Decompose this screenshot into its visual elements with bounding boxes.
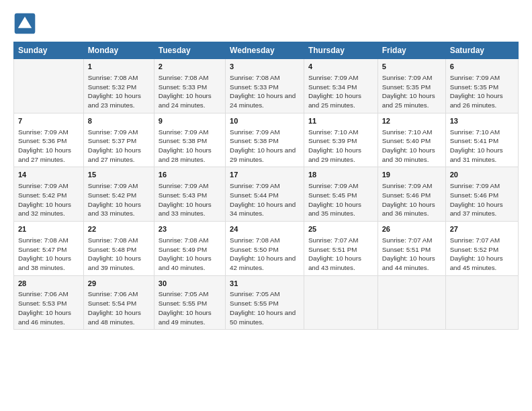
- header-day-friday: Friday: [378, 42, 445, 59]
- header-day-thursday: Thursday: [304, 42, 378, 59]
- cell-content: Sunrise: 7:08 AMSunset: 5:32 PMDaylight:…: [88, 73, 150, 110]
- day-number: 20: [450, 170, 514, 180]
- day-number: 19: [382, 170, 441, 180]
- cell-content: Sunrise: 7:09 AMSunset: 5:45 PMDaylight:…: [308, 181, 373, 218]
- day-number: 9: [159, 116, 221, 126]
- calendar-cell: 5Sunrise: 7:09 AMSunset: 5:35 PMDaylight…: [378, 59, 445, 113]
- day-number: 31: [230, 279, 300, 289]
- calendar-cell: 11Sunrise: 7:10 AMSunset: 5:39 PMDayligh…: [304, 113, 378, 167]
- day-number: 26: [382, 224, 441, 234]
- calendar-cell: [304, 275, 378, 330]
- cell-content: Sunrise: 7:09 AMSunset: 5:43 PMDaylight:…: [159, 181, 221, 218]
- day-number: 3: [230, 62, 300, 72]
- cell-content: Sunrise: 7:09 AMSunset: 5:37 PMDaylight:…: [88, 128, 150, 165]
- cell-content: Sunrise: 7:08 AMSunset: 5:33 PMDaylight:…: [159, 73, 221, 110]
- week-row-2: 7Sunrise: 7:09 AMSunset: 5:36 PMDaylight…: [14, 113, 519, 167]
- calendar-cell: 8Sunrise: 7:09 AMSunset: 5:37 PMDaylight…: [83, 113, 154, 167]
- header-day-wednesday: Wednesday: [226, 42, 304, 59]
- calendar-cell: [378, 275, 445, 330]
- cell-content: Sunrise: 7:09 AMSunset: 5:36 PMDaylight:…: [18, 128, 79, 165]
- calendar-cell: 21Sunrise: 7:08 AMSunset: 5:47 PMDayligh…: [14, 221, 84, 275]
- day-number: 22: [88, 224, 150, 234]
- calendar-cell: 18Sunrise: 7:09 AMSunset: 5:45 PMDayligh…: [304, 167, 378, 222]
- cell-content: Sunrise: 7:09 AMSunset: 5:35 PMDaylight:…: [382, 73, 441, 110]
- calendar-body: 1Sunrise: 7:08 AMSunset: 5:32 PMDaylight…: [14, 59, 519, 330]
- cell-content: Sunrise: 7:10 AMSunset: 5:41 PMDaylight:…: [450, 128, 514, 165]
- calendar-cell: 15Sunrise: 7:09 AMSunset: 5:42 PMDayligh…: [83, 167, 154, 222]
- cell-content: Sunrise: 7:06 AMSunset: 5:54 PMDaylight:…: [88, 289, 150, 326]
- calendar-cell: 22Sunrise: 7:08 AMSunset: 5:48 PMDayligh…: [83, 221, 154, 275]
- day-number: 15: [88, 170, 150, 180]
- week-row-4: 21Sunrise: 7:08 AMSunset: 5:47 PMDayligh…: [14, 221, 519, 275]
- day-number: 8: [88, 116, 150, 126]
- day-number: 21: [18, 224, 79, 234]
- cell-content: Sunrise: 7:10 AMSunset: 5:39 PMDaylight:…: [308, 128, 373, 165]
- day-number: 16: [159, 170, 221, 180]
- day-number: 14: [18, 170, 79, 180]
- cell-content: Sunrise: 7:08 AMSunset: 5:49 PMDaylight:…: [159, 236, 221, 273]
- week-row-1: 1Sunrise: 7:08 AMSunset: 5:32 PMDaylight…: [14, 59, 519, 113]
- cell-content: Sunrise: 7:09 AMSunset: 5:38 PMDaylight:…: [230, 128, 300, 165]
- calendar-cell: 24Sunrise: 7:08 AMSunset: 5:50 PMDayligh…: [226, 221, 304, 275]
- cell-content: Sunrise: 7:06 AMSunset: 5:53 PMDaylight:…: [18, 289, 79, 326]
- header-day-monday: Monday: [83, 42, 154, 59]
- calendar-cell: 4Sunrise: 7:09 AMSunset: 5:34 PMDaylight…: [304, 59, 378, 113]
- header: [13, 12, 519, 35]
- day-number: 17: [230, 170, 300, 180]
- cell-content: Sunrise: 7:08 AMSunset: 5:47 PMDaylight:…: [18, 236, 79, 273]
- day-number: 28: [18, 279, 79, 289]
- calendar-cell: 27Sunrise: 7:07 AMSunset: 5:52 PMDayligh…: [445, 221, 518, 275]
- day-number: 23: [159, 224, 221, 234]
- cell-content: Sunrise: 7:09 AMSunset: 5:42 PMDaylight:…: [88, 181, 150, 218]
- page: SundayMondayTuesdayWednesdayThursdayFrid…: [0, 0, 532, 338]
- day-number: 18: [308, 170, 373, 180]
- header-day-tuesday: Tuesday: [154, 42, 225, 59]
- day-number: 13: [450, 116, 514, 126]
- day-number: 12: [382, 116, 441, 126]
- cell-content: Sunrise: 7:08 AMSunset: 5:48 PMDaylight:…: [88, 236, 150, 273]
- logo-icon: [13, 12, 36, 35]
- calendar-cell: [14, 59, 84, 113]
- calendar-cell: 14Sunrise: 7:09 AMSunset: 5:42 PMDayligh…: [14, 167, 84, 222]
- week-row-5: 28Sunrise: 7:06 AMSunset: 5:53 PMDayligh…: [14, 275, 519, 330]
- header-day-sunday: Sunday: [14, 42, 84, 59]
- calendar-cell: 26Sunrise: 7:07 AMSunset: 5:51 PMDayligh…: [378, 221, 445, 275]
- cell-content: Sunrise: 7:09 AMSunset: 5:38 PMDaylight:…: [159, 128, 221, 165]
- calendar-cell: 13Sunrise: 7:10 AMSunset: 5:41 PMDayligh…: [445, 113, 518, 167]
- cell-content: Sunrise: 7:09 AMSunset: 5:44 PMDaylight:…: [230, 181, 300, 218]
- calendar-cell: 23Sunrise: 7:08 AMSunset: 5:49 PMDayligh…: [154, 221, 225, 275]
- day-number: 27: [450, 224, 514, 234]
- cell-content: Sunrise: 7:09 AMSunset: 5:34 PMDaylight:…: [308, 73, 373, 110]
- calendar-cell: 10Sunrise: 7:09 AMSunset: 5:38 PMDayligh…: [226, 113, 304, 167]
- calendar-cell: 1Sunrise: 7:08 AMSunset: 5:32 PMDaylight…: [83, 59, 154, 113]
- calendar-cell: 3Sunrise: 7:08 AMSunset: 5:33 PMDaylight…: [226, 59, 304, 113]
- day-number: 25: [308, 224, 373, 234]
- calendar-cell: 2Sunrise: 7:08 AMSunset: 5:33 PMDaylight…: [154, 59, 225, 113]
- calendar-cell: 7Sunrise: 7:09 AMSunset: 5:36 PMDaylight…: [14, 113, 84, 167]
- day-number: 5: [382, 62, 441, 72]
- calendar-cell: 28Sunrise: 7:06 AMSunset: 5:53 PMDayligh…: [14, 275, 84, 330]
- day-number: 29: [88, 279, 150, 289]
- cell-content: Sunrise: 7:07 AMSunset: 5:52 PMDaylight:…: [450, 236, 514, 273]
- day-number: 6: [450, 62, 514, 72]
- calendar-cell: 31Sunrise: 7:05 AMSunset: 5:55 PMDayligh…: [226, 275, 304, 330]
- calendar-cell: 29Sunrise: 7:06 AMSunset: 5:54 PMDayligh…: [83, 275, 154, 330]
- calendar-cell: 16Sunrise: 7:09 AMSunset: 5:43 PMDayligh…: [154, 167, 225, 222]
- cell-content: Sunrise: 7:05 AMSunset: 5:55 PMDaylight:…: [230, 289, 300, 326]
- day-number: 24: [230, 224, 300, 234]
- day-number: 7: [18, 116, 79, 126]
- day-number: 10: [230, 116, 300, 126]
- calendar-cell: 25Sunrise: 7:07 AMSunset: 5:51 PMDayligh…: [304, 221, 378, 275]
- cell-content: Sunrise: 7:10 AMSunset: 5:40 PMDaylight:…: [382, 128, 441, 165]
- cell-content: Sunrise: 7:07 AMSunset: 5:51 PMDaylight:…: [382, 236, 441, 273]
- calendar-header: SundayMondayTuesdayWednesdayThursdayFrid…: [14, 42, 519, 59]
- cell-content: Sunrise: 7:07 AMSunset: 5:51 PMDaylight:…: [308, 236, 373, 273]
- day-number: 30: [159, 279, 221, 289]
- calendar-cell: 19Sunrise: 7:09 AMSunset: 5:46 PMDayligh…: [378, 167, 445, 222]
- calendar-table: SundayMondayTuesdayWednesdayThursdayFrid…: [13, 42, 519, 330]
- calendar-cell: 20Sunrise: 7:09 AMSunset: 5:46 PMDayligh…: [445, 167, 518, 222]
- calendar-cell: 30Sunrise: 7:05 AMSunset: 5:55 PMDayligh…: [154, 275, 225, 330]
- day-number: 4: [308, 62, 373, 72]
- day-number: 1: [88, 62, 150, 72]
- cell-content: Sunrise: 7:09 AMSunset: 5:35 PMDaylight:…: [450, 73, 514, 110]
